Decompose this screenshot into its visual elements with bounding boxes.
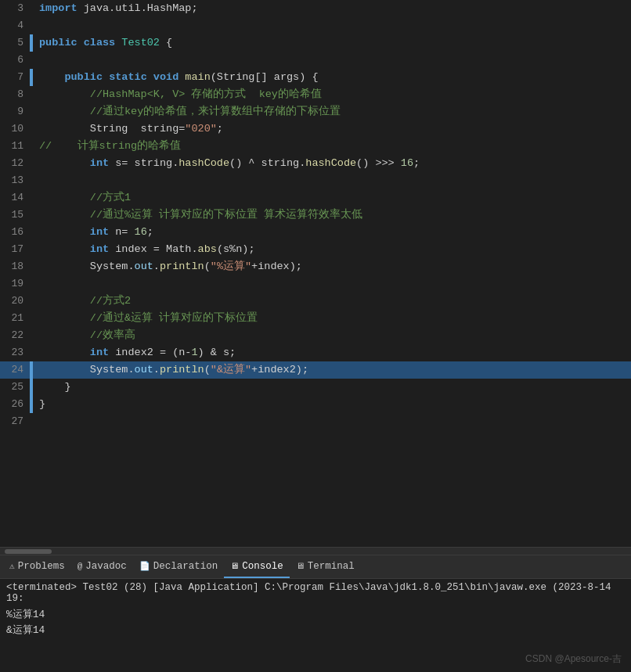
line-number: 22 — [0, 327, 30, 344]
line-content: public static void main(String[] args) { — [33, 69, 631, 86]
line-content: } — [33, 396, 631, 413]
line-number: 27 — [0, 413, 30, 430]
line-number: 9 — [0, 103, 30, 120]
line-content: int s= string.hashCode() ^ string.hashCo… — [33, 155, 631, 172]
line-number: 5 — [0, 34, 30, 52]
line-content: public class Test02 { — [33, 34, 631, 52]
line-content: String string="020"; — [33, 120, 631, 138]
line-content: System.out.println("&运算"+index2); — [33, 361, 631, 379]
line-number: 4 — [0, 17, 30, 34]
tab-console[interactable]: 🖥 Console — [224, 556, 290, 578]
javadoc-icon: @ — [78, 562, 83, 571]
line-content: // 计算string的哈希值 — [33, 138, 631, 155]
line-content: System.out.println("%运算"+index); — [33, 258, 631, 275]
terminal-icon: 🖥 — [296, 561, 305, 571]
output-ampersand: &运算14 — [6, 624, 45, 636]
output-percent: %运算14 — [6, 609, 45, 620]
problems-icon: ⚠ — [9, 561, 15, 571]
console-terminated-text: <terminated> Test02 (28) [Java Applicati… — [6, 582, 611, 604]
table-row: 24 System.out.println("&运算"+index2); — [0, 361, 631, 379]
line-content — [33, 17, 631, 34]
line-number: 18 — [0, 258, 30, 275]
table-row: 16 int n= 16; — [0, 224, 631, 241]
code-table: 3 import java.util.HashMap; 4 5 public c… — [0, 0, 631, 430]
line-number: 23 — [0, 344, 30, 361]
table-row: 22 //效率高 — [0, 327, 631, 344]
line-content: int index = Math.abs(s%n); — [33, 241, 631, 258]
table-row: 19 — [0, 275, 631, 293]
table-row: 12 int s= string.hashCode() ^ string.has… — [0, 155, 631, 172]
tab-terminal-label: Terminal — [308, 561, 355, 572]
table-row: 5 public class Test02 { — [0, 34, 631, 52]
line-number: 11 — [0, 138, 30, 155]
line-content: //通过%运算 计算对应的下标位置 算术运算符效率太低 — [33, 207, 631, 224]
table-row: 18 System.out.println("%运算"+index); — [0, 258, 631, 275]
line-number: 12 — [0, 155, 30, 172]
line-content: import java.util.HashMap; — [33, 0, 631, 17]
line-number: 20 — [0, 293, 30, 310]
line-number: 25 — [0, 379, 30, 396]
line-content: //HashMap<K, V> 存储的方式 key的哈希值 — [33, 86, 631, 103]
table-row: 15 //通过%运算 计算对应的下标位置 算术运算符效率太低 — [0, 207, 631, 224]
tab-problems-label: Problems — [18, 561, 65, 572]
table-row: 23 int index2 = (n-1) & s; — [0, 344, 631, 361]
tab-declaration-label: Declaration — [153, 561, 218, 572]
line-content: //方式1 — [33, 189, 631, 207]
tab-problems[interactable]: ⚠ Problems — [3, 556, 71, 578]
table-row: 20 //方式2 — [0, 293, 631, 310]
line-number: 10 — [0, 120, 30, 138]
line-content: //方式2 — [33, 293, 631, 310]
console-icon: 🖥 — [230, 561, 239, 571]
line-content: //效率高 — [33, 327, 631, 344]
line-content: int index2 = (n-1) & s; — [33, 344, 631, 361]
table-row: 25 } — [0, 379, 631, 396]
line-content — [33, 52, 631, 69]
line-number: 19 — [0, 275, 30, 293]
horizontal-scrollbar[interactable] — [0, 547, 631, 555]
tab-javadoc-label: Javadoc — [85, 561, 127, 572]
tab-terminal[interactable]: 🖥 Terminal — [290, 556, 361, 578]
console-wrapper: <terminated> Test02 (28) [Java Applicati… — [0, 578, 631, 672]
tab-javadoc[interactable]: @ Javadoc — [71, 556, 133, 578]
editor-area: 3 import java.util.HashMap; 4 5 public c… — [0, 0, 631, 555]
table-row: 26 } — [0, 396, 631, 413]
line-number: 14 — [0, 189, 30, 207]
table-row: 21 //通过&运算 计算对应的下标位置 — [0, 310, 631, 327]
table-row: 27 — [0, 413, 631, 430]
table-row: 4 — [0, 17, 631, 34]
line-number: 15 — [0, 207, 30, 224]
line-number: 21 — [0, 310, 30, 327]
line-number: 16 — [0, 224, 30, 241]
line-content — [33, 275, 631, 293]
line-number: 6 — [0, 52, 30, 69]
scroll-thumb[interactable] — [5, 549, 52, 554]
line-content: int n= 16; — [33, 224, 631, 241]
table-row: 9 //通过key的哈希值，来计算数组中存储的下标位置 — [0, 103, 631, 120]
tab-declaration[interactable]: 📄 Declaration — [133, 556, 225, 578]
line-number: 3 — [0, 0, 30, 17]
line-content — [33, 413, 631, 430]
declaration-icon: 📄 — [139, 561, 150, 571]
line-content — [33, 172, 631, 189]
line-content: //通过key的哈希值，来计算数组中存储的下标位置 — [33, 103, 631, 120]
table-row: 17 int index = Math.abs(s%n); — [0, 241, 631, 258]
tab-console-label: Console — [242, 561, 283, 572]
table-row: 13 — [0, 172, 631, 189]
console-header: <terminated> Test02 (28) [Java Applicati… — [6, 582, 625, 604]
line-number: 26 — [0, 396, 30, 413]
line-number: 13 — [0, 172, 30, 189]
bottom-tab-bar: ⚠ Problems @ Javadoc 📄 Declaration 🖥 Con… — [0, 555, 631, 578]
line-number: 8 — [0, 86, 30, 103]
table-row: 14 //方式1 — [0, 189, 631, 207]
table-row: 7 public static void main(String[] args)… — [0, 69, 631, 86]
line-number: 17 — [0, 241, 30, 258]
console-output-line2: &运算14 — [6, 623, 625, 638]
table-row: 3 import java.util.HashMap; — [0, 0, 631, 17]
watermark: CSDN @Apesource-吉 — [525, 652, 622, 666]
line-number: 24 — [0, 361, 30, 379]
table-row: 8 //HashMap<K, V> 存储的方式 key的哈希值 — [0, 86, 631, 103]
code-scroll[interactable]: 3 import java.util.HashMap; 4 5 public c… — [0, 0, 631, 547]
line-content: } — [33, 379, 631, 396]
table-row: 10 String string="020"; — [0, 120, 631, 138]
table-row: 11 // 计算string的哈希值 — [0, 138, 631, 155]
